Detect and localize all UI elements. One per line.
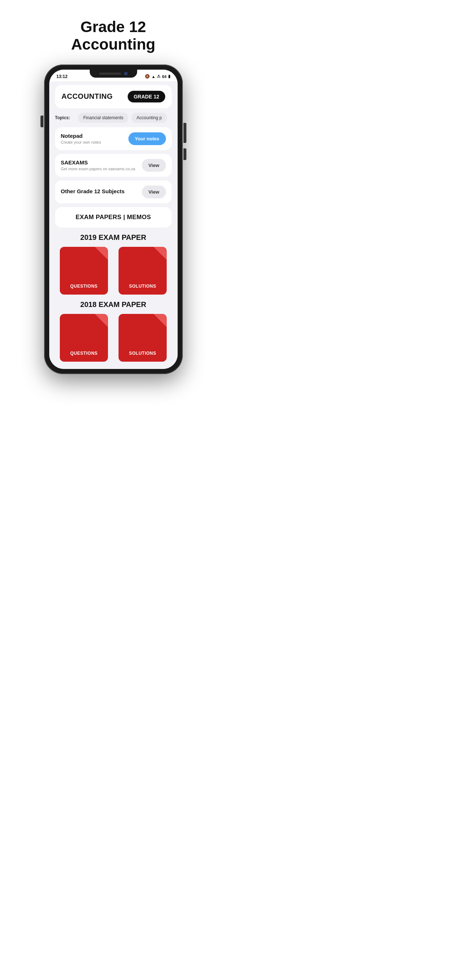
topics-label: Topics:: [55, 113, 75, 123]
phone-notch: [90, 70, 137, 78]
status-time: 13:12: [57, 74, 68, 79]
year-2018-grid: QUESTIONS SOLUTIONS: [55, 314, 172, 362]
your-notes-button[interactable]: Your notes: [128, 132, 166, 145]
wifi-icon: ▲: [152, 75, 155, 79]
saexams-text: SAEXAMS Get more exam papers on saexams.…: [61, 159, 135, 171]
saexams-card: SAEXAMS Get more exam papers on saexams.…: [55, 154, 172, 177]
doc-corner-fold: [95, 247, 108, 260]
header-card: ACCOUNTING GRADE 12: [55, 85, 172, 108]
other-subjects-view-button[interactable]: View: [142, 186, 166, 198]
other-subjects-title: Other Grade 12 Subjects: [61, 188, 125, 194]
topic-chip-1[interactable]: Accounting p: [131, 113, 167, 123]
other-subjects-text: Other Grade 12 Subjects: [61, 188, 125, 196]
power-button-2: [183, 148, 187, 160]
phone-frame: 13:12 🔕 ▲ ⚠ 64 ▮ ACCOUNTING GRADE 12 Top…: [44, 65, 183, 374]
vibrate-icon: 🔕: [145, 74, 150, 79]
doc-corner-fold-3: [95, 314, 108, 327]
doc-corner-fold-2: [153, 247, 167, 260]
year-2018-questions-card[interactable]: QUESTIONS: [60, 314, 108, 362]
year-2019-questions-card[interactable]: QUESTIONS: [60, 247, 108, 294]
alert-icon: ⚠: [157, 74, 161, 79]
notepad-subtitle: Create your own notes: [61, 140, 101, 145]
notepad-card: Notepad Create your own notes Your notes: [55, 127, 172, 150]
year-2019-solutions-label: SOLUTIONS: [118, 284, 166, 289]
notepad-text: Notepad Create your own notes: [61, 133, 101, 145]
other-subjects-card: Other Grade 12 Subjects View: [55, 180, 172, 204]
page-title: Grade 12 Accounting: [71, 18, 155, 54]
year-2018-questions-label: QUESTIONS: [60, 351, 108, 356]
status-icons: 🔕 ▲ ⚠ 64 ▮: [145, 74, 170, 79]
year-2018-title: 2018 EXAM PAPER: [55, 301, 172, 309]
saexams-title: SAEXAMS: [61, 159, 135, 165]
screen-content: ACCOUNTING GRADE 12 Topics: Financial st…: [49, 81, 178, 369]
year-2019-questions-label: QUESTIONS: [60, 284, 108, 289]
subject-title: ACCOUNTING: [62, 92, 113, 100]
topic-chip-0[interactable]: Financial statements: [78, 113, 128, 123]
battery-icon: ▮: [168, 74, 170, 79]
year-2019-grid: QUESTIONS SOLUTIONS: [55, 247, 172, 294]
topics-row[interactable]: Topics: Financial statements Accounting …: [55, 112, 172, 124]
saexams-subtitle: Get more exam papers on saexams.co.za: [61, 167, 135, 171]
year-2019-solutions-card[interactable]: SOLUTIONS: [118, 247, 166, 294]
grade-badge: GRADE 12: [128, 91, 165, 102]
notepad-title: Notepad: [61, 133, 101, 139]
volume-button: [40, 116, 43, 127]
year-2018-solutions-label: SOLUTIONS: [118, 351, 166, 356]
saexams-view-button[interactable]: View: [142, 159, 166, 172]
speaker: [99, 73, 121, 75]
camera: [124, 72, 128, 75]
exam-papers-button[interactable]: EXAM PAPERS | MEMOS: [55, 207, 172, 228]
doc-corner-fold-4: [153, 314, 167, 327]
phone-screen: 13:12 🔕 ▲ ⚠ 64 ▮ ACCOUNTING GRADE 12 Top…: [49, 70, 178, 369]
battery-text: 64: [162, 75, 166, 79]
year-2018-solutions-card[interactable]: SOLUTIONS: [118, 314, 166, 362]
year-2019-title: 2019 EXAM PAPER: [55, 233, 172, 242]
power-button: [183, 123, 187, 143]
